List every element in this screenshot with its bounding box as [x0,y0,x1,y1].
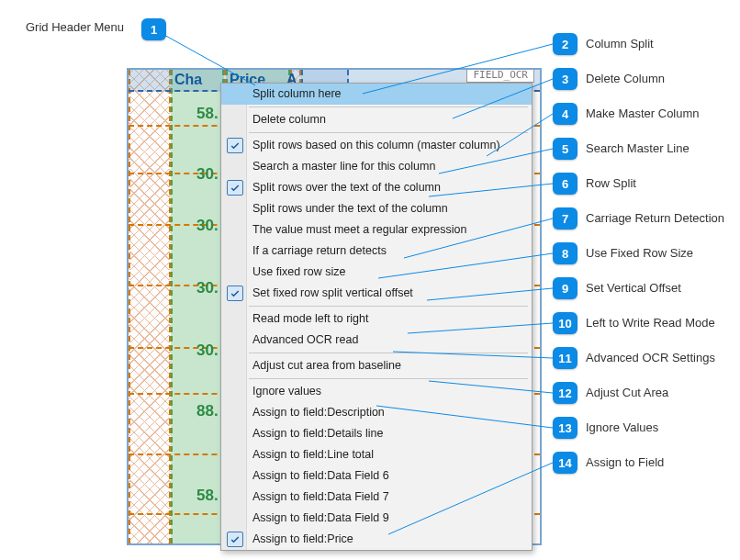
menu-item-use-fixed-row-size[interactable]: Use fixed row size [221,262,532,283]
grid-cell-value: 30. [196,165,219,184]
menu-item-label: Assign to field:Data Field 9 [252,511,389,524]
ocr-field-badge: FIELD_OCR [466,68,534,83]
menu-item-label: Search a master line for this column [252,160,435,173]
menu-separator [249,306,528,307]
menu-item-set-fixed-vertical-offset[interactable]: Set fixed row split vertical offset [221,283,532,304]
menu-item-carriage-return[interactable]: If a carriage return detects [221,241,532,262]
menu-item-assign-field-price[interactable]: Assign to field:Price [221,529,532,550]
callout-label-3: Delete Column [586,72,665,85]
menu-item-label: Adjust cut area from baseline [252,359,401,372]
menu-separator [249,378,528,379]
callout-bubble-9: 9 [553,277,577,299]
menu-item-label: The value must meet a regular expression [252,223,466,236]
menu-item-assign-field-data9[interactable]: Assign to field:Data Field 9 [221,508,532,529]
menu-item-regex[interactable]: The value must meet a regular expression [221,219,532,241]
menu-item-label: Assign to field:Data Field 6 [252,469,389,482]
menu-item-split-rows-under-text[interactable]: Split rows under the text of the column [221,198,532,219]
callout-bubble-7: 7 [553,207,577,230]
callout-bubble-11: 11 [553,347,577,369]
callout-bubble-1: 1 [141,18,166,40]
menu-item-label: Set fixed row split vertical offset [252,286,413,299]
callout-label-6: Row Split [586,176,636,190]
callout-label-5: Search Master Line [586,141,690,155]
menu-item-label: Split rows under the text of the column [252,202,448,215]
grid-header-context-menu: Split column here Delete column Split ro… [220,83,533,551]
menu-item-label: Assign to field:Data Field 7 [252,490,389,503]
menu-item-search-master-line[interactable]: Search a master line for this column [221,156,532,177]
grid-column-header-cha[interactable]: Cha [174,72,202,88]
menu-item-label: Split rows based on this column (master … [252,139,500,151]
menu-item-label: Assign to field:Line total [252,448,374,461]
menu-item-label: Assign to field:Details line [252,427,383,440]
menu-separator [249,106,528,107]
grid-cell-value: 88. [196,402,219,420]
callout-bubble-8: 8 [553,242,577,264]
grid-col-hatched-left [129,70,171,543]
callout-label-7: Carriage Return Detection [586,211,724,225]
callout-bubble-14: 14 [553,452,577,474]
menu-item-label: Read mode left to right [252,312,368,325]
grid-col-green-1[interactable] [171,70,224,543]
callout-bubble-5: 5 [553,138,577,160]
callout-label-1: Grid Header Menu [26,20,124,34]
callout-label-14: Assign to Field [586,455,664,469]
callout-bubble-3: 3 [553,68,577,90]
menu-item-assign-field-description[interactable]: Assign to field:Description [221,402,532,423]
callout-bubble-2: 2 [553,33,577,55]
callout-label-12: Adjust Cut Area [586,386,668,399]
menu-item-label: If a carriage return detects [252,244,387,257]
callout-label-8: Use Fixed Row Size [586,246,693,260]
menu-item-label: Assign to field:Description [252,406,385,419]
callout-bubble-10: 10 [553,312,577,334]
menu-item-label: Ignore values [252,385,321,398]
menu-separator [249,132,528,133]
menu-item-master-column[interactable]: Split rows based on this column (master … [221,135,532,156]
menu-item-label: Advanced OCR read [252,333,358,346]
menu-item-read-mode-ltr[interactable]: Read mode left to right [221,308,532,330]
menu-item-split-column-here[interactable]: Split column here [221,84,532,105]
callout-label-4: Make Master Column [586,106,700,120]
callout-label-13: Ignore Values [586,420,658,434]
grid-cell-value: 30. [196,217,219,235]
menu-item-label: Split column here [252,87,342,100]
callout-label-2: Column Split [586,37,654,50]
menu-item-assign-field-data7[interactable]: Assign to field:Data Field 7 [221,487,532,508]
grid-cell-value: 30. [196,279,219,297]
check-icon [227,138,243,153]
menu-item-ignore-values[interactable]: Ignore values [221,381,532,402]
callout-bubble-12: 12 [553,382,577,404]
callout-label-11: Advanced OCR Settings [586,351,715,364]
check-icon [227,180,243,196]
callout-bubble-6: 6 [553,173,577,195]
callout-bubble-4: 4 [553,103,577,125]
menu-item-split-rows-over-text[interactable]: Split rows over the text of the column [221,177,532,198]
menu-item-advanced-ocr[interactable]: Advanced OCR read [221,330,532,351]
menu-item-label: Split rows over the text of the column [252,181,441,194]
menu-item-assign-field-data6[interactable]: Assign to field:Data Field 6 [221,465,532,487]
menu-separator [249,353,528,353]
check-icon [227,286,243,301]
callout-label-9: Set Vertical Offset [586,281,681,295]
check-icon [227,532,243,547]
grid-cell-value: 30. [196,342,219,360]
menu-item-delete-column[interactable]: Delete column [221,109,532,130]
menu-item-label: Use fixed row size [252,265,345,278]
callout-bubble-13: 13 [553,417,577,439]
menu-item-label: Assign to field:Price [252,532,353,545]
callout-label-10: Left to Write Read Mode [586,316,715,330]
menu-item-adjust-cut-area[interactable]: Adjust cut area from baseline [221,355,532,376]
menu-item-assign-field-line-total[interactable]: Assign to field:Line total [221,444,532,465]
menu-item-assign-field-details-line[interactable]: Assign to field:Details line [221,423,532,444]
grid-cell-value: 58. [196,487,219,505]
grid-cell-value: 58. [196,105,219,123]
menu-item-label: Delete column [252,113,326,126]
